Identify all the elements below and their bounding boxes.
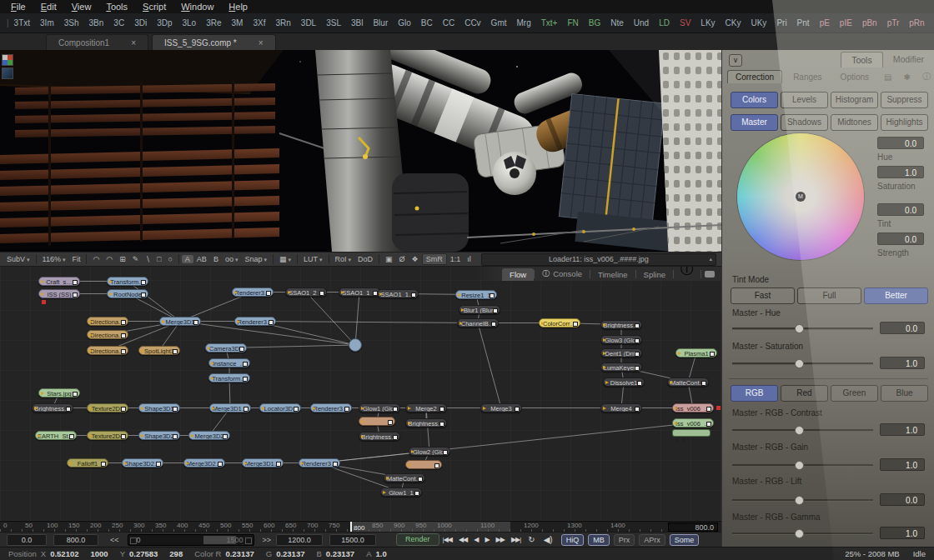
tool-lky[interactable]: LKy [695,13,720,33]
flow-node[interactable]: ChannelB… [457,318,499,328]
flow-node[interactable]: MatteCont… [384,473,425,482]
flow-node[interactable]: Texture2D4 [87,431,128,440]
paint-icon[interactable]: ✎ [129,255,143,263]
range-shadows[interactable]: Shadows [781,114,828,131]
saturation-value[interactable]: 1.0 [877,166,924,178]
menu-script[interactable]: Script [135,0,173,13]
tool-pnt[interactable]: Pnt [792,13,815,33]
flow-node[interactable]: Directiona… [87,346,128,355]
strength-value[interactable]: 0.0 [877,232,924,245]
flow-node[interactable]: Brightness… [32,403,73,412]
panel-tab-modifier[interactable]: Modifier [883,52,934,68]
flow-node[interactable]: Locator3D1 [259,403,301,412]
flow-node[interactable]: Stars.jpg [38,388,80,398]
flow-node[interactable]: Merge3D2 [188,431,230,440]
tool-3sh[interactable]: 3Sh [59,13,84,33]
menu-view[interactable]: View [64,0,99,13]
flow-node[interactable]: Merge3D2… [183,458,225,468]
flow-node[interactable]: Craft_s… [38,277,80,286]
tab-timeline[interactable]: Timeline [590,268,635,281]
render-range-start-field[interactable]: 1200.0 [276,534,323,546]
view-layout-icon-2[interactable] [2,68,13,79]
render-end-field[interactable]: 800.0 [53,534,98,546]
subtab-ranges[interactable]: Ranges [786,71,829,83]
checker-icon[interactable]: ❖ [409,255,422,263]
flow-node[interactable]: Brightness… [600,320,642,329]
flow-node[interactable]: Shape3D2… [122,458,163,468]
slider-thumb[interactable] [795,324,804,333]
slider-track[interactable] [732,362,873,365]
subv-menu[interactable]: SubV▾ [3,255,33,263]
tool-sv[interactable]: SV [675,13,695,33]
view-layout-icon[interactable] [2,54,13,66]
flow-node[interactable]: Plasma1 [675,348,717,358]
step-backward-button[interactable]: ◀◀ [459,536,467,543]
flow-node[interactable]: Merge3D1… [242,458,284,468]
tool-3re[interactable]: 3Re [201,13,226,33]
thumbnail-icon[interactable]: ▤ [884,72,891,82]
buffer-b-button[interactable]: B [210,255,222,263]
flow-node[interactable]: LumaKeyer1 [600,362,642,372]
flow-node[interactable]: Falloff1 [67,458,108,468]
tool-cky[interactable]: CKy [721,13,746,33]
tool-3c[interactable]: 3C [108,13,129,33]
flow-view[interactable]: Craft_s…Transform…ISS (SS)RootNodeRender… [0,267,721,521]
slider-master-rgb-gamma[interactable]: 1.0 [732,527,925,540]
tool-pe[interactable]: pE [815,13,835,33]
flow-node[interactable] [349,338,362,352]
info-icon[interactable]: ⓘ [680,267,694,278]
tool-cc[interactable]: CC [438,13,459,33]
flow-node[interactable]: Directiona… [87,330,128,339]
step-back-button[interactable]: << [110,536,119,544]
current-frame-box[interactable]: 800.0 [668,522,718,532]
slider-track[interactable] [732,499,873,502]
tool-prn[interactable]: pRn [904,13,929,33]
slider-track[interactable] [732,532,873,535]
slider-master-rgb-gain[interactable]: 1.0 [732,458,925,472]
tool-3bn[interactable]: 3Bn [84,13,109,33]
tool-fn[interactable]: FN [562,13,583,33]
lut-menu[interactable]: LUT▾ [300,255,326,263]
spline-a-icon[interactable]: ◠ [89,255,103,263]
zoom-level[interactable]: 116%▾ [39,255,69,263]
flow-node[interactable]: Renderer3… [299,458,340,468]
flow-node[interactable]: Dent1 (Dnt) [600,348,642,358]
slider-thumb[interactable] [795,496,804,505]
ratio-button[interactable]: 1:1 [447,255,464,263]
slider-thumb[interactable] [795,461,804,470]
range-midtones[interactable]: Midtones [831,114,878,131]
slider-value[interactable]: 1.0 [880,458,925,471]
null-toggle-icon[interactable]: Ø [396,255,409,263]
tool-3sl[interactable]: 3SL [321,13,346,33]
flow-node[interactable]: Renderer3… [232,288,274,297]
mode-histogram[interactable]: Histogram [831,92,878,108]
slider-track[interactable] [732,429,873,432]
tool-3bl[interactable]: 3Bl [346,13,368,33]
goto-start-button[interactable]: |◀◀ [443,536,452,543]
subtab-options[interactable]: Options [833,71,876,83]
show-controls-icon[interactable]: oo▾ [222,255,242,263]
fit-button[interactable]: Fit [68,255,83,263]
flow-node[interactable]: Merge4 [600,403,642,412]
line-icon[interactable]: ∖ [142,255,153,263]
slider-thumb[interactable] [795,359,804,368]
tool-glo[interactable]: Glo [393,13,416,33]
rectangle-icon[interactable]: □ [153,255,164,263]
mb-toggle[interactable]: MB [588,534,610,546]
goto-end-button[interactable]: ▶▶| [511,536,520,543]
prx-toggle[interactable]: Prx [614,534,635,546]
flow-node[interactable]: Transform… [208,373,250,382]
comment-icon[interactable] [705,271,715,278]
timeline-ruler[interactable]: 0501001502002503003504004505005506006507… [0,521,721,532]
buffer-a-button[interactable]: A [182,255,193,263]
composition-tab[interactable]: ISS_5_9SG.comp *× [152,34,276,50]
smr-button[interactable]: SmR [422,253,447,265]
slider-track[interactable] [732,464,873,467]
slider-thumb[interactable] [795,529,804,538]
tool-uky[interactable]: UKy [746,13,771,33]
color-wheel[interactable]: M [737,133,864,260]
channel-rgb[interactable]: RGB [731,385,778,402]
flow-node[interactable]: Glow2 (Glo) [409,447,450,456]
tool-pbn[interactable]: pBn [857,13,882,33]
tool-3im[interactable]: 3Im [35,13,59,33]
